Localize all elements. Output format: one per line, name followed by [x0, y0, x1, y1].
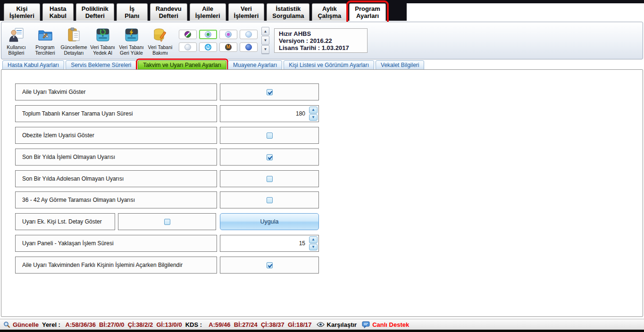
sphere-light-blue[interactable]	[240, 30, 258, 39]
tab-program-ayarlari[interactable]: ProgramAyarları	[349, 3, 385, 21]
setting-checkbox-cell[interactable]	[220, 170, 319, 187]
sphere-purple-green[interactable]	[179, 30, 197, 39]
setting-checkbox-cell[interactable]	[118, 213, 216, 230]
setting-label-obezite-izlem: Obezite İzlem Uyarisi Göster	[15, 127, 217, 144]
status-bar: Güncelle Yerel : A:58/36/36 Bİ:27/0/0 Çİ…	[0, 319, 644, 330]
tab-aylik-calisma[interactable]: AylıkÇalışma	[312, 3, 347, 21]
spinner-value[interactable]: 180	[296, 106, 305, 122]
tool-button-label: Veri TabanıYedek Al	[90, 44, 115, 56]
tab-takvim-ve-uyari-paneli-ayarlari[interactable]: Takvim ve Uyarı Paneli Ayarları	[138, 60, 226, 70]
tab-muayene-ayarlari[interactable]: Muayene Ayarları	[228, 60, 282, 70]
sphere-blue-pink-dot-icon	[225, 31, 232, 38]
sphere-blue-green-dot[interactable]	[199, 30, 217, 39]
tab-hasta-kabul[interactable]: HastaKabul	[42, 3, 74, 21]
database-restore-button[interactable]: Veri TabanıGeri Yükle	[117, 25, 145, 56]
apply-button[interactable]: Uygula	[220, 213, 319, 230]
tab-poliklinik-defteri[interactable]: PoliklinikDefteri	[76, 3, 114, 21]
checkbox[interactable]	[164, 219, 170, 225]
setting-label-son-bir-yilda-adolesan: Son Bir Yılda Adolesan Olmayan Uyarısı	[15, 170, 217, 187]
sphere-m-blue-icon: M	[205, 44, 211, 50]
database-backup-button[interactable]: Veri TabanıYedek Al	[89, 25, 117, 56]
sphere-light-blue-icon	[245, 31, 252, 38]
menu-bar-filler	[407, 3, 644, 21]
spinner-down-icon[interactable]: ▼	[309, 114, 318, 121]
scroll-down-last-icon[interactable]: ▼	[261, 45, 269, 54]
program-preferences-button[interactable]: ProgramTercihleri	[31, 25, 59, 56]
settings-tab-strip: Hasta Kabul Ayarları Servis Bekleme Süre…	[2, 60, 424, 70]
eye-icon	[317, 322, 325, 327]
tool-button-label: ProgramTercihleri	[35, 44, 55, 56]
app-title: Hızır AHBS	[279, 30, 363, 37]
checkbox[interactable]	[267, 197, 273, 203]
sphere-m-orange-icon: M	[225, 44, 232, 50]
kds-label: KDS :	[185, 321, 206, 328]
tool-button-label: Veri TabanıGeri Yükle	[119, 44, 143, 56]
tab-is-plani[interactable]: İşPlanı	[117, 3, 148, 21]
setting-checkbox-cell[interactable]	[220, 127, 319, 144]
yerel-values: A:58/36/36 Bİ:27/0/0 Çİ:38/2/2 Gİ:13/0/0	[66, 321, 182, 328]
sphere-m-blue[interactable]: M	[199, 42, 217, 52]
setting-spinner-cell: 15 ▲ ▼	[220, 235, 319, 252]
checkbox[interactable]	[267, 154, 273, 160]
tab-kisi-islemleri[interactable]: Kişiİşlemleri	[4, 3, 40, 21]
theme-scrollbar: ▲ ▼ ▼	[261, 27, 269, 54]
folder-tools-icon	[37, 26, 54, 43]
app-license-date: Lisans Tarihi : 1.03.2017	[279, 44, 363, 51]
setting-checkbox-cell[interactable]	[220, 149, 319, 166]
sphere-pale-gray[interactable]	[179, 42, 197, 52]
sphere-blue-pink-dot[interactable]	[219, 30, 237, 39]
user-info-icon	[8, 26, 25, 43]
checkbox[interactable]	[267, 262, 273, 268]
setting-label-kanser-tarama-suresi: Toplum Tabanlı Kanser Tarama Uyarı Süres…	[15, 105, 217, 122]
spinner-control: ▲ ▼	[309, 236, 318, 250]
tool-button-label: KullanıcıBilgileri	[7, 44, 25, 56]
tab-vekalet-bilgileri[interactable]: Vekalet Bilgileri	[376, 60, 424, 70]
clipboard-icon	[66, 26, 83, 43]
setting-checkbox-cell[interactable]	[220, 257, 319, 274]
sphere-purple-green-icon	[184, 31, 191, 38]
canli-destek-link[interactable]: Canlı Destek	[372, 321, 409, 328]
spinner-down-icon[interactable]: ▼	[309, 244, 318, 251]
sphere-solid-blue-icon	[245, 44, 252, 50]
checkbox[interactable]	[267, 133, 273, 139]
user-info-button[interactable]: KullanıcıBilgileri	[2, 25, 30, 56]
setting-spinner-cell: 180 ▲ ▼	[220, 105, 319, 122]
bottom-strip	[0, 330, 644, 332]
sphere-m-orange[interactable]: M	[219, 42, 237, 52]
tab-hasta-kabul-ayarlari[interactable]: Hasta Kabul Ayarları	[2, 60, 64, 70]
scroll-down-icon[interactable]: ▼	[261, 36, 269, 44]
tab-servis-bekleme-sureleri[interactable]: Servis Bekleme Süreleri	[66, 60, 136, 70]
sphere-blue-green-dot-icon	[205, 31, 211, 38]
tab-kisi-listesi-ve-gorunum-ayarlari[interactable]: Kişi Listesi ve Görünüm Ayarları	[284, 60, 374, 70]
spinner-value[interactable]: 15	[299, 235, 305, 251]
setting-label-yaklasan-islem-suresi: Uyarı Paneli - Yaklaşan İşlem Süresi	[15, 235, 217, 252]
database-maintenance-icon	[152, 26, 169, 43]
checkbox[interactable]	[267, 89, 273, 95]
scroll-up-icon[interactable]: ▲	[261, 27, 269, 35]
magnifier-icon	[3, 321, 10, 328]
setting-label-uyari-ek-kisi-detay: Uyarı Ek. Kişi Lst. Detay Göster	[15, 213, 115, 230]
setting-label-farkli-kisi-bilgilendir: Aile Uyarı Takviminden Farklı Kişinin İş…	[15, 257, 217, 274]
spinner-up-icon[interactable]: ▲	[309, 107, 318, 114]
checkbox[interactable]	[267, 176, 273, 182]
chat-icon	[362, 321, 370, 328]
guncelle-link[interactable]: Güncelle	[13, 321, 39, 328]
database-maintenance-button[interactable]: Veri TabaniBakımı	[146, 25, 174, 56]
karsilastir-link[interactable]: Karşılaştır	[327, 321, 357, 328]
tool-button-label: Veri TabaniBakımı	[148, 44, 173, 56]
database-restore-icon	[123, 26, 140, 43]
setting-checkbox-cell[interactable]	[220, 191, 319, 208]
database-backup-icon	[94, 26, 111, 43]
setting-label-son-bir-yilda-islemi: Son Bir Yılda İşlemi Olmayan Uyarısı	[15, 149, 217, 166]
main-menu-bar: Kişiİşlemleri HastaKabul PoliklinikDefte…	[0, 0, 644, 21]
tab-randevu-defteri[interactable]: RandevuDefteri	[150, 3, 187, 21]
theme-sphere-grid: M M	[179, 30, 258, 52]
tab-veri-islemleri[interactable]: Veriİşlemleri	[228, 3, 265, 21]
setting-checkbox-cell[interactable]	[220, 83, 319, 100]
tab-istatistik-sorgulama[interactable]: İstatistikSorgulama	[267, 3, 309, 21]
spinner-up-icon[interactable]: ▲	[309, 236, 318, 243]
tab-aile-islemleri[interactable]: Aileİşlemleri	[190, 3, 226, 21]
version-info-box: Hızır AHBS Versiyon : 2016.22 Lisans Tar…	[274, 28, 368, 53]
sphere-solid-blue[interactable]	[240, 42, 258, 52]
update-details-button[interactable]: GüncellemeDetayları	[60, 25, 88, 56]
